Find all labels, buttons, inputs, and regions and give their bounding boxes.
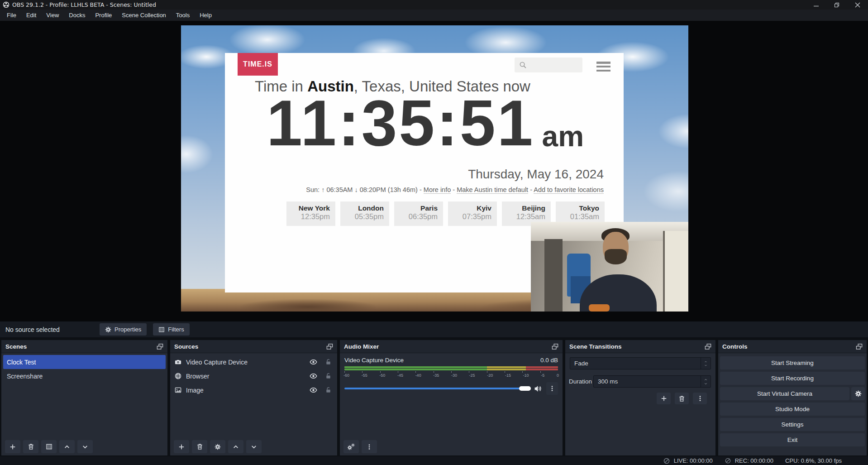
- clock-meridiem: am: [542, 122, 584, 151]
- transition-select-arrows[interactable]: [701, 358, 711, 369]
- city-time: 06:35pm: [394, 212, 438, 221]
- speaker-icon[interactable]: [534, 385, 542, 393]
- link-add-favorite[interactable]: Add to favorite locations: [534, 186, 604, 194]
- window-title: OBS 29.1.2 - Profile: LLHLS BETA - Scene…: [12, 1, 156, 8]
- city-card[interactable]: London05:35pm: [340, 201, 389, 226]
- visibility-icon[interactable]: [310, 372, 317, 380]
- close-button[interactable]: [847, 0, 868, 10]
- remove-transition-button[interactable]: [675, 393, 689, 404]
- start-recording-button[interactable]: Start Recording: [720, 372, 865, 385]
- duration-input[interactable]: 300 ms: [593, 375, 711, 388]
- chevron-down-icon: [704, 364, 708, 367]
- start-streaming-button[interactable]: Start Streaming: [720, 356, 865, 369]
- menu-item-docks[interactable]: Docks: [64, 10, 90, 20]
- webcam-orange-object: [589, 304, 610, 312]
- chevron-up-icon: [703, 378, 708, 381]
- add-transition-button[interactable]: [657, 393, 671, 404]
- menu-item-scene-collection[interactable]: Scene Collection: [117, 10, 171, 20]
- webcam-doorway: [544, 239, 563, 312]
- lock-icon[interactable]: [325, 373, 332, 379]
- popout-icon[interactable]: [856, 343, 863, 350]
- sun-info-line: Sun: ↑ 06:35AM ↓ 08:20PM (13h 46m) - Mor…: [306, 186, 604, 193]
- menu-item-file[interactable]: File: [2, 10, 21, 20]
- minimize-button[interactable]: [806, 0, 826, 10]
- mixer-options-button[interactable]: [362, 440, 377, 453]
- properties-button[interactable]: Properties: [100, 323, 147, 336]
- popout-icon[interactable]: [705, 343, 711, 350]
- slider-handle[interactable]: [519, 386, 531, 391]
- city-name: London: [340, 204, 384, 212]
- remove-source-button[interactable]: [192, 440, 207, 453]
- transitions-panel-header: Scene Transitions: [565, 340, 715, 353]
- menu-item-view[interactable]: View: [41, 10, 64, 20]
- popout-icon[interactable]: [552, 343, 558, 350]
- settings-button[interactable]: Settings: [720, 418, 865, 431]
- scene-item-clock-test[interactable]: Clock Test: [3, 355, 166, 369]
- popout-icon[interactable]: [326, 343, 333, 350]
- transition-select[interactable]: Fade: [570, 357, 711, 369]
- source-item-video-capture-device[interactable]: Video Capture Device: [170, 355, 337, 369]
- menu-item-help[interactable]: Help: [195, 10, 217, 20]
- source-item-browser[interactable]: Browser: [170, 369, 337, 383]
- lock-icon[interactable]: [325, 359, 332, 365]
- visibility-icon[interactable]: [310, 386, 317, 394]
- program-canvas[interactable]: TIME.IS Time in Austin, Texas, United St…: [181, 25, 688, 312]
- source-context-bar: No source selected Properties Filters: [0, 321, 868, 338]
- source-properties-button[interactable]: [210, 440, 225, 453]
- studio-mode-button[interactable]: Studio Mode: [720, 403, 865, 416]
- menu-item-tools[interactable]: Tools: [171, 10, 195, 20]
- mixer-channel-menu-button[interactable]: [546, 382, 558, 395]
- timeis-logo[interactable]: TIME.IS: [238, 53, 278, 76]
- transition-options-button[interactable]: [693, 393, 707, 404]
- webcam-person-beard: [605, 249, 627, 264]
- filters-button[interactable]: Filters: [153, 323, 189, 336]
- lock-icon[interactable]: [325, 387, 332, 393]
- popout-icon[interactable]: [157, 343, 163, 350]
- clock-display: 11:35:51 am: [267, 91, 584, 155]
- controls-panel-header: Controls: [718, 340, 867, 353]
- move-source-up-button[interactable]: [228, 440, 243, 453]
- sources-panel: Sources Video Capture Device Browser Ima…: [170, 340, 338, 456]
- controls-panel: Controls Start Streaming Start Recording…: [718, 340, 867, 456]
- city-card[interactable]: Kyiv07:35pm: [448, 201, 497, 226]
- menu-item-edit[interactable]: Edit: [21, 10, 41, 20]
- city-time: 05:35pm: [340, 212, 384, 221]
- start-virtual-camera-button[interactable]: Start Virtual Camera: [720, 387, 849, 400]
- restore-button[interactable]: [826, 0, 847, 10]
- volume-slider[interactable]: [344, 388, 530, 389]
- link-make-default[interactable]: Make Austin time default: [457, 186, 528, 194]
- move-source-down-button[interactable]: [246, 440, 262, 453]
- add-scene-button[interactable]: [5, 440, 20, 453]
- city-card[interactable]: Paris06:35pm: [394, 201, 443, 226]
- sun-info: Sun: ↑ 06:35AM ↓ 08:20PM (13h 46m): [306, 186, 418, 193]
- move-scene-up-button[interactable]: [59, 440, 75, 453]
- source-item-image[interactable]: Image: [170, 383, 337, 397]
- remove-scene-button[interactable]: [23, 440, 38, 453]
- audio-mixer-panel: Audio Mixer Video Capture Device 0.0 dB …: [339, 340, 563, 456]
- panel-title: Scenes: [5, 343, 27, 350]
- exit-button[interactable]: Exit: [720, 433, 865, 446]
- titlebar: OBS 29.1.2 - Profile: LLHLS BETA - Scene…: [0, 0, 868, 10]
- add-source-button[interactable]: [174, 440, 189, 453]
- move-scene-down-button[interactable]: [77, 440, 93, 453]
- link-more-info[interactable]: More info: [424, 186, 451, 194]
- duration-spinner[interactable]: [701, 376, 711, 387]
- panel-title: Scene Transitions: [569, 343, 622, 350]
- panel-title: Audio Mixer: [344, 343, 379, 350]
- virtual-camera-settings-button[interactable]: [851, 387, 865, 400]
- mixer-volume-label: 0.0 dB: [540, 357, 558, 364]
- advanced-audio-button[interactable]: [343, 440, 359, 453]
- panel-title: Controls: [722, 343, 748, 350]
- menu-item-profile[interactable]: Profile: [90, 10, 117, 20]
- visibility-icon[interactable]: [310, 358, 317, 366]
- transitions-toolbar: [565, 393, 707, 404]
- scene-filters-button[interactable]: [41, 440, 57, 453]
- page-date: Thursday, May 16, 2024: [468, 167, 604, 182]
- city-name: Paris: [394, 204, 438, 212]
- hamburger-menu-icon[interactable]: [596, 62, 610, 72]
- scene-item-screenshare[interactable]: Screenshare: [1, 369, 167, 384]
- rec-status: REC: 00:00:00: [725, 457, 773, 464]
- city-card[interactable]: New York12:35pm: [286, 201, 335, 226]
- volume-meter: [344, 366, 558, 370]
- rec-inactive-icon: [725, 457, 731, 464]
